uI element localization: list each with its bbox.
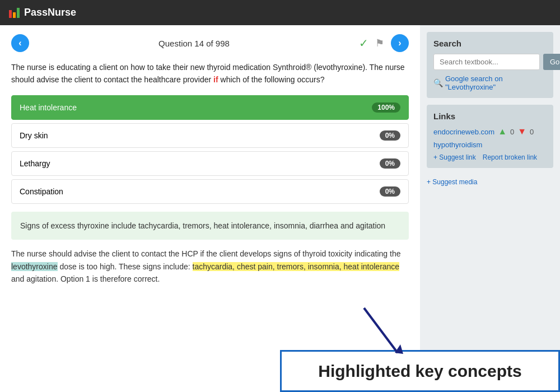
question-highlight-if: if [213,75,218,84]
endocrineweb-link[interactable]: endocrineweb.com [433,128,494,136]
left-panel: ‹ Question 14 of 998 ✓ ⚑ › The nurse is … [0,25,420,392]
upvote-count: 0 [510,128,514,136]
logo-bars [9,8,20,18]
answer-option-1[interactable]: Heat intolerance 100% [11,95,409,120]
bar-red [9,10,12,18]
logo-text: PassNurse [24,7,76,18]
explanation-text: The nurse should advise the client to co… [11,248,409,285]
prev-button[interactable]: ‹ [11,34,29,52]
answer-badge-3: 0% [380,158,400,169]
suggest-media-container: + Suggest media [427,175,553,188]
search-section: Search Go 🔍 Google search on"Levothyroxi… [427,32,553,98]
question-text: The nurse is educating a client on how t… [11,61,409,86]
bar-green [17,8,20,18]
bar-orange [13,12,16,18]
downvote-count: 0 [530,128,534,136]
upvote-button[interactable]: ▲ [498,127,507,137]
highlight-levothyroxine: levothyroxine [11,262,58,271]
search-row: Go [433,54,547,70]
answer-options: Heat intolerance 100% Dry skin 0% Lethar… [11,95,409,204]
answer-label-1: Heat intolerance [20,103,77,112]
search-input[interactable] [433,54,540,70]
link-row-endocrine: endocrineweb.com ▲ 0 ▼ 0 [433,127,547,137]
suggest-media-button[interactable]: + Suggest media [427,178,477,186]
downvote-button[interactable]: ▼ [517,127,526,137]
links-section: Links endocrineweb.com ▲ 0 ▼ 0 hypothyro… [427,105,553,168]
answer-badge-2: 0% [380,130,400,141]
flag-icon[interactable]: ⚑ [375,37,384,49]
explanation-box: Signs of excess thyroxine include tachyc… [11,212,409,240]
highlight-signs: tachycardia, chest pain, tremors, insomn… [193,262,400,271]
go-button[interactable]: Go [543,54,560,70]
google-search-link[interactable]: 🔍 Google search on"Levothyroxine" [433,74,547,91]
answer-badge-1: 100% [372,102,400,113]
answer-badge-4: 0% [380,186,400,197]
right-panel: Search Go 🔍 Google search on"Levothyroxi… [420,25,560,392]
link-actions: + Suggest link Report broken link [433,153,547,161]
main-layout: ‹ Question 14 of 998 ✓ ⚑ › The nurse is … [0,25,560,392]
question-counter: Question 14 of 998 [36,39,352,48]
links-title: Links [433,111,547,121]
logo: PassNurse [9,7,76,18]
explanation-box-text: Signs of excess thyroxine include tachyc… [20,221,385,230]
suggest-link-button[interactable]: + Suggest link [433,153,476,161]
answer-option-3[interactable]: Lethargy 0% [11,151,409,176]
sub-link-row: hypothyroidism [433,140,547,149]
report-link-button[interactable]: Report broken link [483,153,537,161]
google-link-text: Google search on"Levothyroxine" [445,74,503,91]
highlighted-key-text: Highlighted key concepts [318,362,521,381]
next-button[interactable]: › [391,34,409,52]
answer-label-3: Lethargy [20,159,50,168]
search-title: Search [433,39,547,48]
question-nav: ‹ Question 14 of 998 ✓ ⚑ › [11,34,409,52]
answer-option-2[interactable]: Dry skin 0% [11,123,409,148]
answer-option-4[interactable]: Constipation 0% [11,179,409,204]
answer-label-4: Constipation [20,187,63,196]
highlighted-key-box: Highlighted key concepts [280,350,560,392]
checkmark-icon: ✓ [359,36,368,50]
answer-label-2: Dry skin [20,131,48,140]
hypothyroidism-link[interactable]: hypothyroidism [433,141,482,149]
search-icon: 🔍 [433,78,443,87]
header: PassNurse [0,0,560,25]
